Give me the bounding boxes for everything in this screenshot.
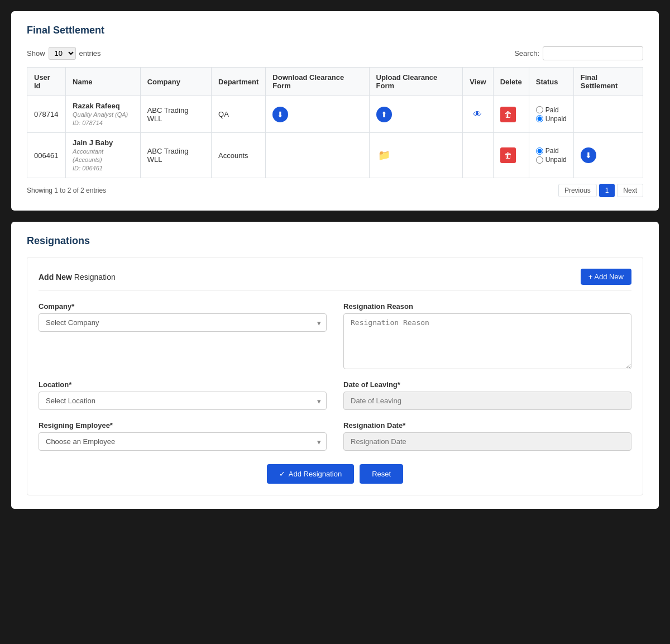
employee-field-group: Resigning Employee* Choose an Employee bbox=[39, 421, 327, 451]
showing-entries-label: Showing 1 to 2 of 2 entries bbox=[27, 187, 106, 194]
status-radio-group: Paid Unpaid bbox=[536, 147, 567, 164]
user-subtitle: Accountant (Accounts) bbox=[73, 148, 103, 163]
unpaid-radio-label[interactable]: Unpaid bbox=[536, 115, 567, 123]
col-view: View bbox=[463, 68, 493, 96]
pagination-prev[interactable]: Previous bbox=[558, 184, 597, 197]
date-of-leaving-label: Date of Leaving* bbox=[343, 380, 631, 389]
section-header: Add New Resignation + Add New bbox=[39, 269, 631, 291]
col-final-settlement: Final Settlement bbox=[573, 68, 643, 96]
cell-department: Accounts bbox=[212, 133, 266, 178]
cell-name: Razak RafeeqQuality Analyst (QA)ID: 0787… bbox=[66, 96, 141, 133]
paid-radio-label[interactable]: Paid bbox=[536, 147, 567, 155]
cell-company: ABC Trading WLL bbox=[140, 96, 211, 133]
location-select[interactable]: Select Location bbox=[39, 392, 327, 410]
cell-company: ABC Trading WLL bbox=[140, 133, 211, 178]
table-footer: Showing 1 to 2 of 2 entries Previous 1 N… bbox=[27, 184, 643, 197]
submit-button-label: Add Resignation bbox=[289, 470, 342, 478]
add-new-button[interactable]: + Add New bbox=[581, 269, 631, 285]
col-download-clearance: Download Clearance Form bbox=[266, 68, 369, 96]
search-control: Search: bbox=[514, 46, 643, 60]
cell-delete: 🗑 bbox=[493, 96, 529, 133]
unpaid-radio-label[interactable]: Unpaid bbox=[536, 156, 567, 164]
search-input[interactable] bbox=[543, 46, 643, 60]
col-company: Company bbox=[140, 68, 211, 96]
pagination: Previous 1 Next bbox=[558, 184, 643, 197]
resignation-date-group: Resignation Date* bbox=[343, 421, 631, 451]
company-label: Company* bbox=[39, 302, 327, 311]
final-settlement-title: Final Settlement bbox=[27, 25, 643, 36]
resignations-card: Resignations Add New Resignation + Add N… bbox=[11, 222, 659, 509]
folder-icon[interactable]: 📁 bbox=[376, 147, 392, 163]
table-controls: Show 10 25 50 entries Search: bbox=[27, 46, 643, 60]
search-label: Search: bbox=[514, 49, 539, 58]
download-icon[interactable]: ⬇ bbox=[272, 107, 288, 122]
resignation-reason-label: Resignation Reason bbox=[343, 302, 631, 311]
employee-select-wrapper: Choose an Employee bbox=[39, 432, 327, 451]
final-settlement-card: Final Settlement Show 10 25 50 entries S… bbox=[11, 11, 659, 211]
resignation-date-label: Resignation Date* bbox=[343, 421, 631, 430]
company-select-wrapper: Select Company bbox=[39, 313, 327, 332]
pagination-next[interactable]: Next bbox=[617, 184, 643, 197]
col-user-id: User Id bbox=[27, 68, 66, 96]
submit-checkmark-icon: ✓ bbox=[279, 470, 285, 478]
resignation-reason-input[interactable] bbox=[343, 313, 631, 369]
delete-icon[interactable]: 🗑 bbox=[500, 107, 516, 122]
show-entries-control: Show 10 25 50 entries bbox=[27, 47, 101, 60]
pagination-page-1[interactable]: 1 bbox=[599, 184, 615, 197]
paid-radio-label[interactable]: Paid bbox=[536, 106, 567, 114]
final-settlement-table: User Id Name Company Department Download… bbox=[27, 67, 643, 178]
cell-download bbox=[266, 133, 369, 178]
delete-icon[interactable]: 🗑 bbox=[500, 147, 516, 163]
paid-radio[interactable] bbox=[536, 106, 543, 113]
col-status: Status bbox=[529, 68, 573, 96]
company-select[interactable]: Select Company bbox=[39, 313, 327, 332]
cell-user-id: 006461 bbox=[27, 133, 66, 178]
location-select-wrapper: Select Location bbox=[39, 392, 327, 410]
cell-final-settlement: ⬇ bbox=[573, 133, 643, 178]
cell-status: Paid Unpaid bbox=[529, 133, 573, 178]
view-icon[interactable]: 👁 bbox=[470, 107, 485, 122]
cell-name: Jain J BabyAccountant (Accounts)ID: 0064… bbox=[66, 133, 141, 178]
cell-upload: 📁 bbox=[369, 133, 463, 178]
resignation-reason-group: Resignation Reason bbox=[343, 302, 631, 369]
col-delete: Delete bbox=[493, 68, 529, 96]
reset-button[interactable]: Reset bbox=[360, 464, 403, 484]
final-settlement-icon[interactable]: ⬇ bbox=[581, 147, 596, 163]
resignation-date-input bbox=[343, 432, 631, 451]
status-radio-group: Paid Unpaid bbox=[536, 106, 567, 123]
form-actions: ✓ Add Resignation Reset bbox=[39, 464, 631, 484]
cell-upload: ⬆ bbox=[369, 96, 463, 133]
user-name: Razak Rafeeq bbox=[73, 102, 120, 110]
table-header-row: User Id Name Company Department Download… bbox=[27, 68, 643, 96]
location-field-group: Location* Select Location bbox=[39, 380, 327, 410]
company-field-group: Company* Select Company bbox=[39, 302, 327, 369]
unpaid-radio[interactable] bbox=[536, 156, 543, 164]
cell-department: QA bbox=[212, 96, 266, 133]
show-entries-select[interactable]: 10 25 50 bbox=[49, 47, 76, 60]
paid-radio[interactable] bbox=[536, 147, 543, 155]
form-section-title: Add New Resignation bbox=[39, 273, 116, 282]
col-name: Name bbox=[66, 68, 141, 96]
unpaid-radio[interactable] bbox=[536, 115, 543, 122]
col-department: Department bbox=[212, 68, 266, 96]
employee-select[interactable]: Choose an Employee bbox=[39, 432, 327, 451]
col-upload-clearance: Upload Clearance Form bbox=[369, 68, 463, 96]
entries-label: entries bbox=[79, 49, 101, 58]
user-id-label: ID: 078714 bbox=[73, 120, 103, 126]
form-section-text: Resignation bbox=[72, 273, 116, 282]
show-label: Show bbox=[27, 49, 45, 58]
location-label: Location* bbox=[39, 380, 327, 389]
cell-view: 👁 bbox=[463, 96, 493, 133]
upload-icon[interactable]: ⬆ bbox=[376, 107, 392, 122]
table-row: 006461Jain J BabyAccountant (Accounts)ID… bbox=[27, 133, 643, 178]
cell-final-settlement bbox=[573, 96, 643, 133]
user-name: Jain J Baby bbox=[73, 139, 113, 147]
user-subtitle: Quality Analyst (QA) bbox=[73, 111, 128, 118]
date-of-leaving-group: Date of Leaving* bbox=[343, 380, 631, 410]
resignation-form-grid: Company* Select Company Resignation Reas… bbox=[39, 302, 631, 451]
resignations-title: Resignations bbox=[27, 235, 643, 247]
resignation-form-section: Add New Resignation + Add New Company* S… bbox=[27, 257, 643, 495]
cell-download: ⬇ bbox=[266, 96, 369, 133]
add-resignation-button[interactable]: ✓ Add Resignation bbox=[267, 464, 354, 484]
cell-view bbox=[463, 133, 493, 178]
